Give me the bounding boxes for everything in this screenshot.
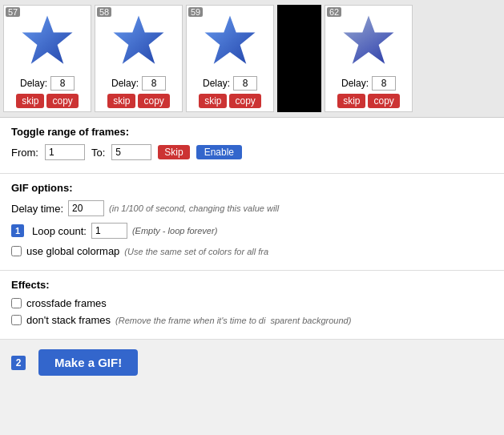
delay-label: Delay: bbox=[20, 78, 47, 89]
frame-buttons: skip copy bbox=[16, 94, 79, 108]
svg-marker-0 bbox=[22, 16, 73, 64]
frame-delay: Delay: bbox=[341, 76, 396, 91]
delay-input[interactable] bbox=[233, 76, 257, 91]
frame-delay: Delay: bbox=[111, 76, 166, 91]
nostack-note2: sparent background) bbox=[270, 316, 351, 325]
frame-number: 59 bbox=[188, 7, 203, 17]
frame-number: 62 bbox=[327, 7, 341, 17]
delay-time-label: Delay time: bbox=[11, 203, 63, 215]
frame-item: 62 Delay: skip copy bbox=[325, 5, 413, 112]
frames-strip: 57 Delay: skip copy 58 bbox=[0, 0, 504, 118]
frame-buttons: skip copy bbox=[199, 94, 261, 108]
nostack-row: don't stack frames (Remove the frame whe… bbox=[11, 314, 493, 326]
skip-range-button[interactable]: Skip bbox=[158, 145, 189, 159]
delay-input[interactable] bbox=[142, 76, 166, 91]
svg-marker-3 bbox=[344, 16, 394, 64]
copy-button[interactable]: copy bbox=[138, 94, 169, 108]
enable-button[interactable]: Enable bbox=[196, 145, 242, 159]
delay-time-input[interactable] bbox=[68, 200, 104, 216]
delay-label: Delay: bbox=[341, 78, 369, 89]
svg-marker-2 bbox=[205, 16, 256, 64]
frame-item: 58 Delay: skip copy bbox=[95, 5, 183, 112]
frame-star bbox=[198, 9, 262, 73]
make-gif-section: 2 Make a GIF! bbox=[0, 340, 504, 385]
effects-panel: Effects: crossfade frames don't stack fr… bbox=[0, 271, 504, 340]
copy-button[interactable]: copy bbox=[229, 94, 260, 108]
delay-input[interactable] bbox=[372, 76, 396, 91]
effects-title: Effects: bbox=[11, 279, 493, 291]
loop-badge: 1 bbox=[11, 224, 24, 237]
frame-star bbox=[107, 9, 171, 73]
frame-item: 57 Delay: skip copy bbox=[3, 5, 91, 112]
delay-label: Delay: bbox=[111, 78, 139, 89]
jagged-gap bbox=[277, 5, 321, 112]
crossfade-checkbox[interactable] bbox=[11, 298, 22, 308]
loop-row: 1 Loop count: (Empty - loop forever) bbox=[11, 223, 493, 239]
frame-buttons: skip copy bbox=[107, 94, 170, 108]
frame-delay: Delay: bbox=[203, 76, 257, 91]
frame-star bbox=[337, 9, 401, 73]
to-label: To: bbox=[91, 147, 105, 159]
toggle-range-panel: Toggle range of frames: From: To: Skip E… bbox=[0, 118, 504, 174]
frame-number: 58 bbox=[97, 7, 111, 17]
skip-button[interactable]: skip bbox=[337, 94, 365, 108]
delay-input[interactable] bbox=[50, 76, 75, 91]
to-input[interactable] bbox=[111, 144, 151, 160]
jagged-pattern bbox=[277, 5, 321, 112]
copy-button[interactable]: copy bbox=[46, 94, 78, 108]
crossfade-row: crossfade frames bbox=[11, 297, 493, 309]
skip-button[interactable]: skip bbox=[16, 94, 44, 108]
crossfade-label: crossfade frames bbox=[26, 297, 107, 309]
frame-delay: Delay: bbox=[20, 76, 75, 91]
loop-note: (Empty - loop forever) bbox=[132, 226, 217, 236]
frame-buttons: skip copy bbox=[337, 94, 400, 108]
make-gif-badge: 2 bbox=[11, 356, 26, 370]
frame-star bbox=[15, 9, 79, 73]
delay-label: Delay: bbox=[203, 78, 230, 89]
colormap-row: use global colormap (Use the same set of… bbox=[11, 245, 493, 257]
gif-options-panel: GIF options: Delay time: (in 1/100 of se… bbox=[0, 174, 504, 271]
loop-count-label: Loop count: bbox=[32, 225, 87, 237]
loop-count-input[interactable] bbox=[91, 223, 127, 239]
colormap-note: (Use the same set of colors for all fra bbox=[124, 247, 268, 256]
colormap-checkbox[interactable] bbox=[11, 246, 22, 256]
from-input[interactable] bbox=[45, 144, 85, 160]
gif-options-title: GIF options: bbox=[11, 182, 493, 194]
copy-button[interactable]: copy bbox=[368, 94, 399, 108]
frame-number: 57 bbox=[6, 7, 20, 17]
skip-button[interactable]: skip bbox=[199, 94, 227, 108]
nostack-note: (Remove the frame when it's time to di bbox=[115, 316, 265, 325]
delay-note: (in 1/100 of second, changing this value… bbox=[109, 203, 279, 213]
colormap-label: use global colormap bbox=[26, 245, 119, 257]
toggle-title: Toggle range of frames: bbox=[11, 126, 493, 138]
svg-marker-1 bbox=[114, 16, 164, 64]
make-gif-button[interactable]: Make a GIF! bbox=[38, 349, 138, 376]
toggle-row: From: To: Skip Enable bbox=[11, 144, 493, 160]
nostack-label: don't stack frames bbox=[26, 314, 111, 326]
delay-row: Delay time: (in 1/100 of second, changin… bbox=[11, 200, 493, 216]
from-label: From: bbox=[11, 147, 38, 159]
skip-button[interactable]: skip bbox=[107, 94, 135, 108]
nostack-checkbox[interactable] bbox=[11, 315, 22, 325]
frame-item: 59 Delay: skip copy bbox=[186, 5, 274, 112]
